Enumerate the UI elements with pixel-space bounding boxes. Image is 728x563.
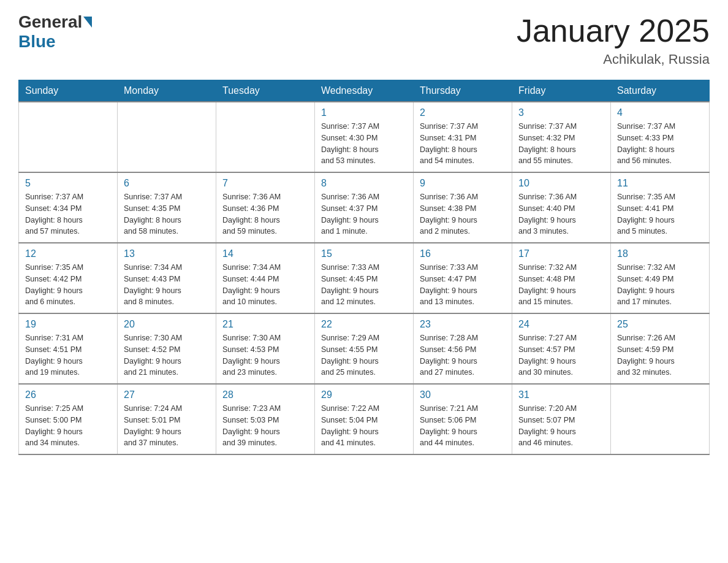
calendar-cell: 3Sunrise: 7:37 AM Sunset: 4:32 PM Daylig… [512, 102, 611, 172]
day-info: Sunrise: 7:36 AM Sunset: 4:37 PM Dayligh… [321, 191, 407, 237]
logo-arrow-icon [83, 17, 92, 28]
calendar-cell [611, 384, 710, 454]
calendar-cell: 6Sunrise: 7:37 AM Sunset: 4:35 PM Daylig… [118, 172, 216, 243]
calendar-cell: 20Sunrise: 7:30 AM Sunset: 4:52 PM Dayli… [118, 313, 216, 384]
logo: General Blue [18, 12, 93, 52]
day-number: 4 [617, 107, 703, 118]
calendar-cell: 9Sunrise: 7:36 AM Sunset: 4:38 PM Daylig… [414, 172, 512, 243]
week-row-3: 12Sunrise: 7:35 AM Sunset: 4:42 PM Dayli… [19, 243, 710, 313]
page-header: General Blue January 2025 Achikulak, Rus… [18, 12, 710, 67]
day-number: 11 [617, 178, 703, 189]
calendar-cell: 28Sunrise: 7:23 AM Sunset: 5:03 PM Dayli… [216, 384, 315, 454]
day-number: 29 [321, 389, 407, 400]
calendar-cell: 27Sunrise: 7:24 AM Sunset: 5:01 PM Dayli… [118, 384, 216, 454]
day-number: 12 [25, 248, 111, 259]
calendar-cell: 31Sunrise: 7:20 AM Sunset: 5:07 PM Dayli… [512, 384, 611, 454]
day-info: Sunrise: 7:20 AM Sunset: 5:07 PM Dayligh… [518, 403, 604, 449]
day-number: 1 [321, 107, 407, 118]
calendar-cell: 2Sunrise: 7:37 AM Sunset: 4:31 PM Daylig… [414, 102, 512, 172]
day-number: 24 [518, 319, 604, 330]
calendar-cell: 14Sunrise: 7:34 AM Sunset: 4:44 PM Dayli… [216, 243, 315, 313]
day-header-friday: Friday [512, 80, 611, 102]
calendar-cell [118, 102, 216, 172]
day-number: 21 [222, 319, 308, 330]
day-info: Sunrise: 7:23 AM Sunset: 5:03 PM Dayligh… [222, 403, 308, 449]
calendar-cell: 25Sunrise: 7:26 AM Sunset: 4:59 PM Dayli… [611, 313, 710, 384]
day-info: Sunrise: 7:37 AM Sunset: 4:32 PM Dayligh… [518, 121, 604, 167]
month-title: January 2025 [517, 12, 710, 49]
day-info: Sunrise: 7:21 AM Sunset: 5:06 PM Dayligh… [420, 403, 506, 449]
day-number: 22 [321, 319, 407, 330]
day-number: 31 [518, 389, 604, 400]
day-number: 3 [518, 107, 604, 118]
day-number: 25 [617, 319, 703, 330]
day-number: 8 [321, 178, 407, 189]
calendar-cell: 15Sunrise: 7:33 AM Sunset: 4:45 PM Dayli… [315, 243, 414, 313]
day-number: 27 [124, 389, 210, 400]
day-info: Sunrise: 7:37 AM Sunset: 4:35 PM Dayligh… [124, 191, 210, 237]
day-number: 28 [222, 389, 308, 400]
calendar-cell: 7Sunrise: 7:36 AM Sunset: 4:36 PM Daylig… [216, 172, 315, 243]
calendar-cell: 5Sunrise: 7:37 AM Sunset: 4:34 PM Daylig… [19, 172, 118, 243]
calendar-cell: 10Sunrise: 7:36 AM Sunset: 4:40 PM Dayli… [512, 172, 611, 243]
day-header-sunday: Sunday [19, 80, 118, 102]
calendar-cell: 29Sunrise: 7:22 AM Sunset: 5:04 PM Dayli… [315, 384, 414, 454]
day-info: Sunrise: 7:33 AM Sunset: 4:47 PM Dayligh… [420, 262, 506, 308]
day-info: Sunrise: 7:27 AM Sunset: 4:57 PM Dayligh… [518, 332, 604, 378]
calendar-cell: 12Sunrise: 7:35 AM Sunset: 4:42 PM Dayli… [19, 243, 118, 313]
day-info: Sunrise: 7:35 AM Sunset: 4:42 PM Dayligh… [25, 262, 111, 308]
day-number: 23 [420, 319, 506, 330]
day-number: 17 [518, 248, 604, 259]
day-info: Sunrise: 7:35 AM Sunset: 4:41 PM Dayligh… [617, 191, 703, 237]
calendar-cell: 16Sunrise: 7:33 AM Sunset: 4:47 PM Dayli… [414, 243, 512, 313]
day-info: Sunrise: 7:29 AM Sunset: 4:55 PM Dayligh… [321, 332, 407, 378]
day-info: Sunrise: 7:37 AM Sunset: 4:31 PM Dayligh… [420, 121, 506, 167]
day-number: 26 [25, 389, 111, 400]
calendar-cell: 13Sunrise: 7:34 AM Sunset: 4:43 PM Dayli… [118, 243, 216, 313]
week-row-1: 1Sunrise: 7:37 AM Sunset: 4:30 PM Daylig… [19, 102, 710, 172]
day-info: Sunrise: 7:22 AM Sunset: 5:04 PM Dayligh… [321, 403, 407, 449]
day-info: Sunrise: 7:36 AM Sunset: 4:36 PM Dayligh… [222, 191, 308, 237]
calendar-cell: 18Sunrise: 7:32 AM Sunset: 4:49 PM Dayli… [611, 243, 710, 313]
calendar-cell: 23Sunrise: 7:28 AM Sunset: 4:56 PM Dayli… [414, 313, 512, 384]
day-info: Sunrise: 7:30 AM Sunset: 4:52 PM Dayligh… [124, 332, 210, 378]
location: Achikulak, Russia [517, 52, 710, 67]
week-row-5: 26Sunrise: 7:25 AM Sunset: 5:00 PM Dayli… [19, 384, 710, 454]
day-number: 6 [124, 178, 210, 189]
day-info: Sunrise: 7:24 AM Sunset: 5:01 PM Dayligh… [124, 403, 210, 449]
calendar-cell: 8Sunrise: 7:36 AM Sunset: 4:37 PM Daylig… [315, 172, 414, 243]
day-number: 2 [420, 107, 506, 118]
day-number: 15 [321, 248, 407, 259]
days-header-row: SundayMondayTuesdayWednesdayThursdayFrid… [19, 80, 710, 102]
calendar-cell: 17Sunrise: 7:32 AM Sunset: 4:48 PM Dayli… [512, 243, 611, 313]
day-number: 9 [420, 178, 506, 189]
day-number: 7 [222, 178, 308, 189]
day-number: 13 [124, 248, 210, 259]
week-row-4: 19Sunrise: 7:31 AM Sunset: 4:51 PM Dayli… [19, 313, 710, 384]
logo-blue-text: Blue [18, 32, 56, 52]
week-row-2: 5Sunrise: 7:37 AM Sunset: 4:34 PM Daylig… [19, 172, 710, 243]
day-header-monday: Monday [118, 80, 216, 102]
day-info: Sunrise: 7:36 AM Sunset: 4:38 PM Dayligh… [420, 191, 506, 237]
calendar-cell [216, 102, 315, 172]
calendar-cell: 4Sunrise: 7:37 AM Sunset: 4:33 PM Daylig… [611, 102, 710, 172]
day-info: Sunrise: 7:37 AM Sunset: 4:30 PM Dayligh… [321, 121, 407, 167]
calendar-cell: 22Sunrise: 7:29 AM Sunset: 4:55 PM Dayli… [315, 313, 414, 384]
day-info: Sunrise: 7:34 AM Sunset: 4:43 PM Dayligh… [124, 262, 210, 308]
day-info: Sunrise: 7:31 AM Sunset: 4:51 PM Dayligh… [25, 332, 111, 378]
day-info: Sunrise: 7:32 AM Sunset: 4:49 PM Dayligh… [617, 262, 703, 308]
calendar-table: SundayMondayTuesdayWednesdayThursdayFrid… [18, 80, 710, 455]
day-info: Sunrise: 7:25 AM Sunset: 5:00 PM Dayligh… [25, 403, 111, 449]
day-number: 16 [420, 248, 506, 259]
day-info: Sunrise: 7:33 AM Sunset: 4:45 PM Dayligh… [321, 262, 407, 308]
day-info: Sunrise: 7:37 AM Sunset: 4:33 PM Dayligh… [617, 121, 703, 167]
calendar-cell: 26Sunrise: 7:25 AM Sunset: 5:00 PM Dayli… [19, 384, 118, 454]
title-block: January 2025 Achikulak, Russia [517, 12, 710, 67]
day-info: Sunrise: 7:37 AM Sunset: 4:34 PM Dayligh… [25, 191, 111, 237]
day-header-thursday: Thursday [414, 80, 512, 102]
logo-general-text: General [18, 12, 82, 32]
calendar-cell [19, 102, 118, 172]
day-header-tuesday: Tuesday [216, 80, 315, 102]
calendar-cell: 21Sunrise: 7:30 AM Sunset: 4:53 PM Dayli… [216, 313, 315, 384]
day-info: Sunrise: 7:30 AM Sunset: 4:53 PM Dayligh… [222, 332, 308, 378]
